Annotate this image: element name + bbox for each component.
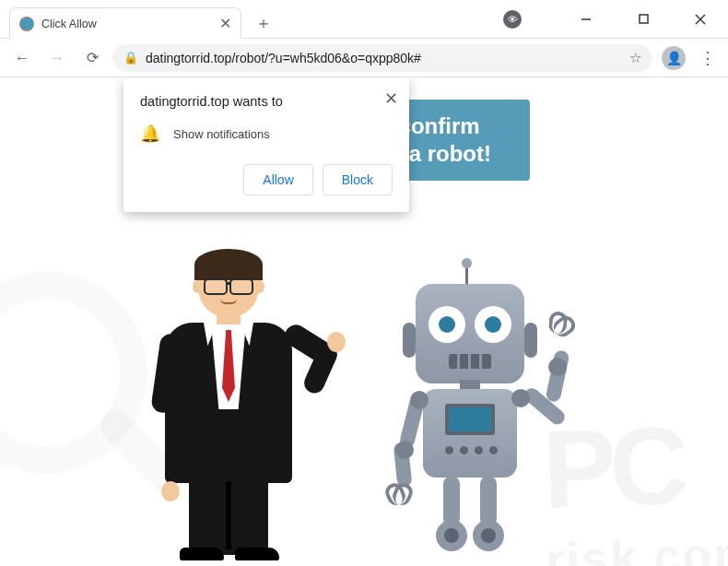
globe-icon: 🌐: [19, 17, 34, 31]
block-button[interactable]: Block: [323, 164, 393, 195]
back-button[interactable]: ←: [7, 43, 37, 73]
permission-title: datingtorrid.top wants to: [140, 94, 393, 109]
bookmark-star-icon[interactable]: ☆: [629, 50, 641, 66]
maximize-button[interactable]: [623, 0, 663, 39]
close-tab-button[interactable]: ✕: [219, 15, 231, 32]
illustration-scene: [124, 243, 604, 557]
incognito-icon: 👁: [503, 10, 522, 29]
bell-icon: 🔔: [140, 124, 160, 144]
toolbar: ← → ⟳ 🔒 ☆ 👤 ⋮: [0, 39, 728, 77]
new-tab-button[interactable]: ＋: [251, 10, 276, 36]
close-dialog-button[interactable]: ✕: [384, 88, 398, 109]
address-bar[interactable]: 🔒 ☆: [112, 44, 652, 72]
suited-man-illustration: [124, 253, 318, 557]
profile-avatar[interactable]: 👤: [662, 46, 686, 70]
svg-rect-1: [640, 15, 648, 23]
url-input[interactable]: [146, 51, 622, 65]
page-content: Click Allow to confirm that you are not …: [0, 77, 728, 566]
robot-illustration: [364, 262, 604, 557]
forward-button: →: [42, 43, 72, 73]
close-window-button[interactable]: [680, 0, 721, 39]
reload-button[interactable]: ⟳: [77, 43, 107, 73]
permission-label: Show notifications: [173, 127, 270, 141]
allow-button[interactable]: Allow: [243, 164, 312, 195]
browser-tab[interactable]: 🌐 Click Allow ✕: [9, 7, 241, 39]
notification-permission-dialog: ✕ datingtorrid.top wants to 🔔 Show notif…: [123, 77, 409, 212]
browser-menu-button[interactable]: ⋮: [695, 48, 721, 68]
tab-title: Click Allow: [41, 18, 212, 30]
lock-icon: 🔒: [123, 51, 138, 65]
minimize-button[interactable]: [566, 0, 606, 39]
